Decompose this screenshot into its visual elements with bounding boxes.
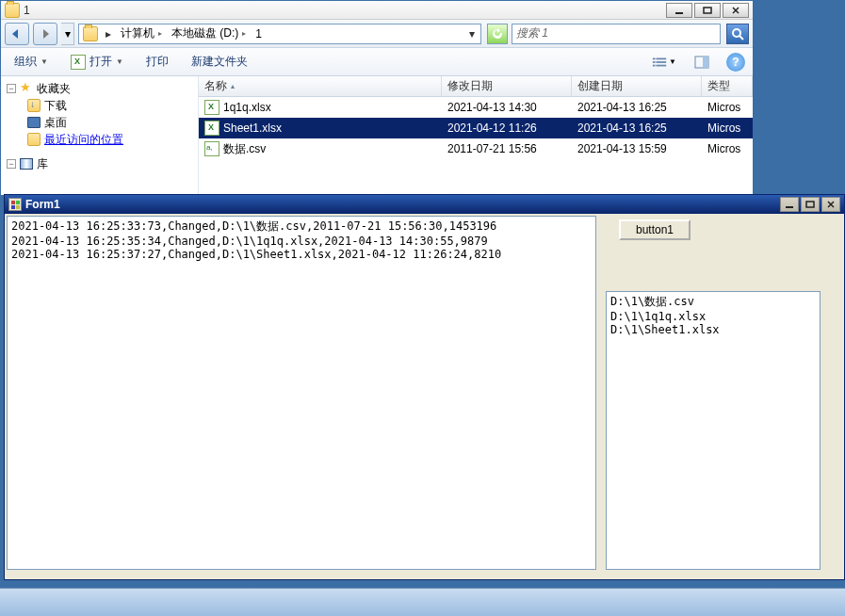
tree-libraries[interactable]: − 库	[1, 155, 198, 172]
file-name: 数据.csv	[223, 141, 266, 157]
tree-recent[interactable]: 最近访问的位置	[1, 131, 198, 148]
explorer-titlebar[interactable]: 1	[1, 1, 753, 20]
breadcrumb-root-dropdown[interactable]: ▸	[102, 24, 115, 43]
file-name: Sheet1.xlsx	[223, 122, 282, 135]
taskbar[interactable]	[0, 588, 845, 616]
breadcrumb-drive[interactable]: 本地磁盘 (D:)▸	[168, 24, 250, 43]
form1-window: Form1 2021-04-13 16:25:33:73,Changed,D:\…	[4, 194, 845, 580]
form1-minimize-button[interactable]	[780, 197, 799, 212]
svg-rect-0	[675, 12, 683, 14]
newfolder-button[interactable]: 新建文件夹	[186, 51, 253, 73]
log-textbox[interactable]: 2021-04-13 16:25:33:73,Changed,D:\1\数据.c…	[7, 216, 596, 570]
open-button[interactable]: 打开▼	[65, 51, 129, 73]
form1-close-button[interactable]	[821, 197, 840, 212]
csv-icon	[204, 141, 219, 156]
collapse-icon[interactable]: −	[7, 84, 16, 93]
breadcrumb[interactable]: ▸ 计算机▸ 本地磁盘 (D:)▸ 1 ▾	[78, 24, 481, 44]
downloads-icon	[27, 99, 41, 112]
svg-rect-6	[653, 57, 656, 59]
search-placeholder: 搜索 1	[516, 25, 548, 41]
path-listbox[interactable]: D:\1\数据.csv D:\1\1q1q.xlsx D:\1\Sheet1.x…	[606, 291, 821, 570]
file-list-pane: 名称▴ 修改日期 创建日期 类型 1q1q.xlsx2021-04-13 14:…	[199, 76, 753, 195]
svg-rect-9	[656, 61, 666, 63]
file-type: Micros	[702, 122, 753, 135]
tree-downloads[interactable]: 下载	[1, 97, 198, 114]
xlsx-icon	[204, 121, 219, 136]
file-created: 2021-04-13 16:25	[572, 122, 702, 135]
star-icon	[20, 82, 33, 95]
file-row[interactable]: Sheet1.xlsx2021-04-12 11:262021-04-13 16…	[199, 118, 753, 138]
svg-rect-10	[653, 64, 656, 66]
file-created: 2021-04-13 16:25	[572, 101, 702, 114]
library-icon	[20, 158, 33, 170]
file-type: Micros	[702, 101, 753, 114]
xlsx-icon	[204, 100, 219, 115]
excel-icon	[71, 55, 86, 70]
column-type[interactable]: 类型	[702, 76, 753, 96]
maximize-button[interactable]	[694, 3, 721, 18]
tree-desktop[interactable]: 桌面	[1, 114, 198, 131]
help-button[interactable]: ?	[726, 53, 745, 72]
file-modified: 2011-07-21 15:56	[442, 142, 572, 155]
column-name[interactable]: 名称▴	[199, 76, 442, 96]
search-button[interactable]	[726, 24, 749, 44]
breadcrumb-folder[interactable]: 1	[252, 25, 266, 42]
column-created[interactable]: 创建日期	[572, 76, 702, 96]
svg-rect-15	[806, 202, 814, 207]
refresh-button[interactable]	[487, 24, 508, 44]
form1-maximize-button[interactable]	[801, 197, 820, 212]
file-type: Micros	[702, 142, 753, 155]
file-row[interactable]: 1q1q.xlsx2021-04-13 14:302021-04-13 16:2…	[199, 97, 753, 118]
file-list[interactable]: 1q1q.xlsx2021-04-13 14:302021-04-13 16:2…	[199, 97, 753, 195]
file-modified: 2021-04-13 14:30	[442, 101, 572, 114]
search-input[interactable]: 搜索 1	[512, 24, 721, 44]
desktop-icon	[27, 117, 41, 128]
form1-title: Form1	[25, 198, 778, 211]
svg-point-4	[733, 29, 740, 37]
file-modified: 2021-04-12 11:26	[442, 122, 572, 135]
preview-pane-button[interactable]	[689, 53, 715, 72]
column-modified[interactable]: 修改日期	[442, 76, 572, 96]
svg-rect-8	[653, 61, 656, 63]
svg-rect-11	[656, 64, 666, 66]
file-name: 1q1q.xlsx	[223, 101, 271, 114]
svg-rect-1	[704, 8, 711, 13]
print-button[interactable]: 打印	[140, 51, 174, 73]
recent-icon	[27, 133, 41, 146]
folder-icon	[5, 3, 20, 18]
close-button[interactable]	[723, 3, 749, 18]
navigation-pane[interactable]: − 收藏夹 下载 桌面 最近访问的位置 − 库	[1, 76, 199, 195]
tree-favorites[interactable]: − 收藏夹	[1, 80, 198, 97]
file-created: 2021-04-13 15:59	[572, 142, 702, 155]
svg-line-5	[739, 36, 743, 40]
column-headers: 名称▴ 修改日期 创建日期 类型	[199, 76, 753, 97]
button1[interactable]: button1	[619, 219, 691, 240]
form1-titlebar[interactable]: Form1	[5, 195, 844, 214]
folder-icon	[83, 26, 98, 41]
explorer-window: 1 ▾ ▸ 计算机▸ 本地磁盘 (D:)▸ 1 ▾ 搜索 1 组织▼ 打开	[0, 0, 754, 195]
address-bar: ▾ ▸ 计算机▸ 本地磁盘 (D:)▸ 1 ▾ 搜索 1	[1, 20, 753, 48]
minimize-button[interactable]	[666, 3, 692, 18]
explorer-toolbar: 组织▼ 打开▼ 打印 新建文件夹 ▼ ?	[1, 48, 753, 76]
svg-rect-13	[703, 57, 708, 68]
window-title: 1	[24, 4, 664, 17]
svg-rect-14	[786, 206, 793, 208]
nav-history-dropdown[interactable]: ▾	[61, 23, 74, 45]
view-mode-button[interactable]: ▼	[651, 53, 677, 72]
back-button[interactable]	[5, 23, 29, 45]
organize-button[interactable]: 组织▼	[8, 51, 54, 73]
app-icon	[8, 198, 22, 211]
forward-button[interactable]	[33, 23, 57, 45]
breadcrumb-dropdown[interactable]: ▾	[465, 24, 479, 43]
collapse-icon[interactable]: −	[7, 159, 16, 169]
file-row[interactable]: 数据.csv2011-07-21 15:562021-04-13 15:59Mi…	[199, 138, 753, 159]
breadcrumb-computer[interactable]: 计算机▸	[117, 24, 166, 43]
svg-rect-7	[656, 57, 666, 59]
